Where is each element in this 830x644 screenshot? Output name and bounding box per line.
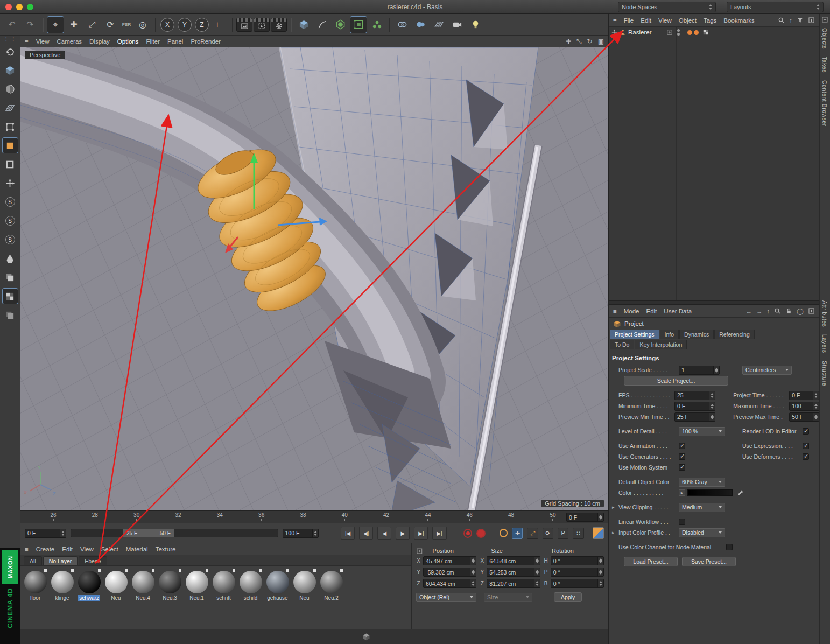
camera-button[interactable] <box>448 16 466 33</box>
linear-workflow-checkbox[interactable] <box>679 519 685 525</box>
generators-button[interactable] <box>350 16 367 33</box>
search-icon[interactable] <box>774 307 781 314</box>
material-menu-item[interactable]: Create <box>36 546 55 552</box>
material-menu-item[interactable]: Texture <box>156 546 176 552</box>
eyedropper-icon[interactable] <box>737 489 744 496</box>
key-parameter-button[interactable]: P <box>558 528 568 539</box>
attribute-tab[interactable]: Dynamics <box>679 330 714 339</box>
texture-mode-button[interactable] <box>2 81 18 97</box>
material-item[interactable]: Neu <box>292 569 317 601</box>
size-mode-select[interactable]: Size <box>484 593 532 602</box>
use-motion-system-checkbox[interactable] <box>679 464 685 471</box>
size-z-field[interactable]: 81.207 cm <box>487 579 540 588</box>
panel-tab[interactable]: Takes <box>821 57 828 73</box>
subdivision-surface-button[interactable] <box>332 16 349 33</box>
panel-tab[interactable]: Structure <box>821 361 828 386</box>
coordinates-menu-icon[interactable] <box>416 548 423 555</box>
material-item[interactable]: Neu.4 <box>130 569 156 601</box>
default-object-color-select[interactable]: 60% Gray <box>679 478 725 487</box>
material-tag-icon[interactable] <box>694 30 699 35</box>
keyframe-button[interactable] <box>500 529 508 537</box>
attribute-tab[interactable]: Referencing <box>714 330 755 339</box>
polygons-mode-button[interactable] <box>2 137 18 153</box>
material-item[interactable]: gehäuse <box>265 569 290 601</box>
viewport-menu-item[interactable]: Display <box>89 38 110 45</box>
use-animation-checkbox[interactable] <box>679 443 685 449</box>
use-expression-checkbox[interactable] <box>803 443 809 449</box>
uv-texture-mode-button[interactable] <box>2 288 18 304</box>
node-spaces-select[interactable]: Node Spaces <box>618 2 716 12</box>
close-window-button[interactable] <box>5 4 12 10</box>
panel-tab[interactable]: Layers <box>821 334 828 353</box>
view-clipping-select[interactable]: Medium <box>679 503 725 512</box>
key-pla-button[interactable]: ∷ <box>573 528 583 539</box>
scale-project-button[interactable]: Scale Project... <box>624 376 728 386</box>
next-frame-button[interactable]: ▶| <box>414 527 428 540</box>
layouts-select[interactable]: Layouts <box>727 2 824 12</box>
material-item[interactable]: schild <box>238 569 263 601</box>
rotate-view-icon[interactable]: ↻ <box>587 38 593 45</box>
stack-mode-button[interactable] <box>2 307 18 323</box>
goto-start-button[interactable]: |◀ <box>341 527 355 540</box>
attribute-manager-menu-item[interactable]: Edit <box>646 308 657 314</box>
render-view-button[interactable] <box>236 18 252 32</box>
panel-tab[interactable]: Attributes <box>821 300 828 327</box>
light-button[interactable] <box>467 16 484 33</box>
use-generators-checkbox[interactable] <box>679 453 685 460</box>
edit-toggle-icon[interactable] <box>666 29 673 36</box>
rotation-h-field[interactable]: 0 ° <box>551 556 604 565</box>
key-position-button[interactable]: ✚ <box>512 528 523 539</box>
position-z-field[interactable]: 604.434 cm <box>423 579 476 588</box>
pan-view-icon[interactable]: ✚ <box>566 38 571 45</box>
attribute-tab[interactable]: Info <box>660 330 679 339</box>
goto-end-button[interactable]: ▶| <box>432 527 446 540</box>
autokey-record-button[interactable] <box>476 529 486 538</box>
primitive-cube-button[interactable] <box>295 16 312 33</box>
move-tool-button[interactable]: ✚ <box>65 16 82 33</box>
prev-key-button[interactable]: ◀| <box>359 527 373 540</box>
viewport-menu-item[interactable]: Filter <box>146 38 160 45</box>
spline-boolean-button[interactable] <box>393 16 411 33</box>
make-editable-button[interactable] <box>2 43 18 59</box>
current-frame-field[interactable]: 0 F <box>25 529 66 538</box>
paint-tool-button[interactable] <box>2 250 18 267</box>
material-item[interactable]: Neu.1 <box>184 569 209 601</box>
material-tag-icon[interactable] <box>687 30 692 35</box>
history-forward-icon[interactable]: → <box>756 308 763 314</box>
input-color-profile-select[interactable]: Disabled <box>679 528 725 537</box>
visibility-toggle-icon[interactable] <box>677 29 680 36</box>
undo-button[interactable]: ↶ <box>3 16 20 33</box>
filter-icon[interactable] <box>797 17 804 24</box>
live-selection-button[interactable]: ⌖ <box>47 16 64 33</box>
play-button[interactable]: ▶ <box>396 527 410 540</box>
material-item[interactable]: schrift <box>211 569 236 601</box>
parent-icon[interactable]: ↑ <box>766 308 770 314</box>
stepper-arrows[interactable] <box>312 529 318 537</box>
save-preset-button[interactable]: Save Preset... <box>682 557 736 566</box>
ruler-frame-field[interactable]: 0 F <box>566 513 604 522</box>
color-expand-chevron[interactable]: ▸ <box>679 489 685 496</box>
fps-field[interactable]: 25 <box>674 391 715 400</box>
material-layer-tab[interactable]: All <box>24 556 42 565</box>
object-manager-menu-icon[interactable]: ≡ <box>613 17 617 24</box>
material-layer-tab[interactable]: No Layer <box>43 556 78 565</box>
load-preset-button[interactable]: Load Preset... <box>624 557 678 566</box>
viewport-menu-item[interactable]: Options <box>117 38 139 45</box>
viewport-menu-item[interactable]: ProRender <box>191 38 221 45</box>
layer-mode-button[interactable] <box>2 269 18 285</box>
path-up-icon[interactable]: ↑ <box>789 17 792 24</box>
project-scale-field[interactable]: 1 <box>679 366 720 375</box>
viewport-menu-item[interactable]: Cameras <box>57 38 82 45</box>
rotation-p-field[interactable]: 0 ° <box>551 568 604 577</box>
zoom-view-icon[interactable]: ⤡ <box>576 38 582 45</box>
object-manager-tree[interactable]: Rasierer <box>609 27 819 300</box>
object-manager-menu-item[interactable]: Object <box>679 17 697 24</box>
apply-button[interactable]: Apply <box>554 592 582 602</box>
metaball-button[interactable] <box>412 16 429 33</box>
z-axis-lock-button[interactable]: Z <box>195 18 209 32</box>
use-deformers-checkbox[interactable] <box>803 453 809 460</box>
material-item[interactable]: floor <box>23 569 48 601</box>
y-axis-lock-button[interactable]: Y <box>178 18 192 32</box>
object-manager-menu-item[interactable]: File <box>624 17 634 24</box>
keyframe-selection-button[interactable] <box>593 527 604 539</box>
